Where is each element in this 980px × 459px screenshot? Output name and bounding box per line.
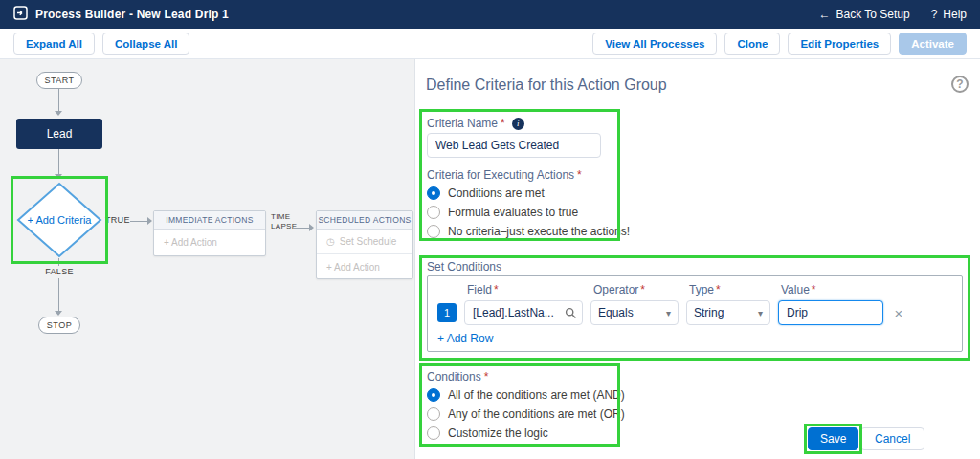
conditions-text: Conditions — [427, 370, 481, 383]
object-node-lead[interactable]: Lead — [16, 119, 102, 149]
scheduled-actions-title: SCHEDULED ACTIONS — [317, 211, 412, 230]
toolbar-right: View All Processes Clone Edit Properties… — [592, 33, 967, 55]
false-branch-label: FALSE — [38, 267, 80, 276]
view-all-processes-button[interactable]: View All Processes — [592, 33, 717, 55]
required-marker: * — [484, 370, 489, 383]
radio-no-criteria[interactable]: No criteria–just execute the actions! — [427, 225, 630, 238]
radio-button — [427, 426, 440, 440]
radio-button-selected — [427, 186, 440, 200]
activate-button: Activate — [899, 33, 967, 55]
criteria-panel: Define Criteria for this Action Group ? … — [414, 59, 980, 459]
help-link[interactable]: ? Help — [931, 8, 967, 21]
column-field: Field* — [464, 283, 583, 296]
main-area: START Lead + Add Criteria TRUE IMMEDIATE… — [0, 59, 980, 459]
process-builder-icon — [13, 6, 28, 24]
set-schedule-item[interactable]: ◷ Set Schedule — [317, 230, 412, 254]
chevron-down-icon: ▾ — [666, 308, 671, 318]
set-conditions-text: Set Conditions — [427, 260, 501, 273]
add-criteria-label: + Add Criteria — [16, 182, 102, 258]
required-marker: * — [501, 117, 505, 130]
cancel-button[interactable]: Cancel — [860, 427, 924, 450]
annotation-save: Save — [804, 424, 862, 454]
radio-label: All of the conditions are met (AND) — [448, 388, 625, 402]
radio-label: No criteria–just execute the actions! — [448, 225, 630, 238]
expand-all-button[interactable]: Expand All — [13, 33, 95, 55]
radio-button — [427, 407, 440, 421]
criteria-name-label: Criteria Name* i — [427, 117, 524, 130]
radio-all-conditions-and[interactable]: All of the conditions are met (AND) — [427, 388, 625, 402]
delete-row-icon[interactable]: × — [891, 306, 906, 320]
radio-customize-logic[interactable]: Customize the logic — [427, 426, 548, 440]
top-links: ← Back To Setup ? Help — [818, 8, 967, 21]
radio-label: Any of the conditions are met (OR) — [448, 407, 625, 421]
radio-conditions-are-met[interactable]: Conditions are met — [427, 186, 545, 200]
column-operator: Operator* — [590, 283, 679, 296]
connector-line — [58, 149, 59, 174]
radio-button — [427, 225, 440, 238]
radio-button-selected — [427, 388, 440, 402]
edit-properties-button[interactable]: Edit Properties — [788, 33, 891, 55]
executing-actions-label: Criteria for Executing Actions* — [427, 168, 582, 182]
true-branch-label: TRUE — [105, 215, 130, 225]
required-marker: * — [577, 168, 582, 182]
conditions-label: Conditions* — [427, 370, 488, 383]
immediate-actions-box: IMMEDIATE ACTIONS + Add Action — [153, 210, 266, 256]
connector-line — [58, 278, 59, 312]
criteria-name-text: Criteria Name — [427, 117, 498, 130]
connector-line — [58, 89, 59, 111]
scheduled-add-action[interactable]: + Add Action — [317, 254, 412, 279]
stop-node: STOP — [38, 317, 80, 334]
back-to-setup-label: Back To Setup — [835, 8, 909, 21]
immediate-actions-title: IMMEDIATE ACTIONS — [154, 211, 265, 230]
type-value: String — [694, 306, 724, 319]
radio-formula-evaluates[interactable]: Formula evaluates to true — [427, 206, 578, 219]
arrow-down-icon — [55, 311, 62, 316]
radio-any-conditions-or[interactable]: Any of the conditions are met (OR) — [427, 407, 625, 421]
back-arrow-icon: ← — [818, 8, 830, 21]
field-lookup[interactable] — [464, 300, 583, 325]
conditions-header-row: Field* Operator* Type* Value* — [437, 281, 952, 298]
type-select[interactable]: String ▾ — [686, 300, 770, 325]
radio-button — [427, 206, 440, 219]
conditions-table: Field* Operator* Type* Value* 1 Equals — [427, 275, 963, 352]
column-type: Type* — [686, 283, 770, 296]
operator-select[interactable]: Equals ▾ — [590, 300, 679, 325]
toolbar: Expand All Collapse All View All Process… — [0, 29, 980, 59]
condition-row: 1 Equals ▾ String ▾ — [437, 300, 952, 325]
back-to-setup-link[interactable]: ← Back To Setup — [818, 8, 909, 21]
connector-line — [293, 228, 310, 229]
required-marker: * — [716, 283, 721, 296]
add-criteria-diamond[interactable]: + Add Criteria — [16, 182, 102, 258]
process-canvas: START Lead + Add Criteria TRUE IMMEDIATE… — [0, 59, 414, 459]
set-schedule-label: Set Schedule — [340, 236, 397, 247]
panel-help-icon[interactable]: ? — [951, 76, 969, 93]
toolbar-left: Expand All Collapse All — [13, 33, 189, 55]
arrow-right-icon — [309, 224, 314, 231]
radio-label: Conditions are met — [448, 186, 545, 200]
value-cell — [778, 300, 883, 325]
brand: Process Builder - New Lead Drip 1 — [13, 6, 229, 24]
add-row-button[interactable]: + Add Row — [437, 332, 493, 345]
chevron-down-icon: ▾ — [758, 308, 763, 318]
criteria-name-input[interactable] — [427, 133, 601, 158]
collapse-all-button[interactable]: Collapse All — [102, 33, 189, 55]
arrow-right-icon — [147, 217, 152, 225]
info-icon[interactable]: i — [512, 118, 524, 130]
arrow-down-icon — [55, 111, 62, 116]
immediate-add-action[interactable]: + Add Action — [154, 230, 265, 254]
executing-actions-text: Criteria for Executing Actions — [427, 168, 574, 182]
start-node: START — [36, 72, 82, 89]
row-index-badge: 1 — [437, 303, 457, 322]
scheduled-actions-box: SCHEDULED ACTIONS ◷ Set Schedule + Add A… — [316, 210, 413, 279]
value-input[interactable] — [778, 300, 883, 325]
connector-line — [130, 221, 148, 222]
clone-button[interactable]: Clone — [724, 33, 780, 55]
search-icon — [565, 306, 577, 323]
arrow-down-icon — [55, 174, 62, 179]
save-button[interactable]: Save — [808, 427, 858, 450]
radio-label: Customize the logic — [448, 426, 548, 440]
operator-value: Equals — [598, 306, 634, 319]
set-conditions-label: Set Conditions — [427, 260, 501, 273]
top-header: Process Builder - New Lead Drip 1 ← Back… — [0, 0, 980, 29]
help-label: Help — [943, 8, 967, 21]
